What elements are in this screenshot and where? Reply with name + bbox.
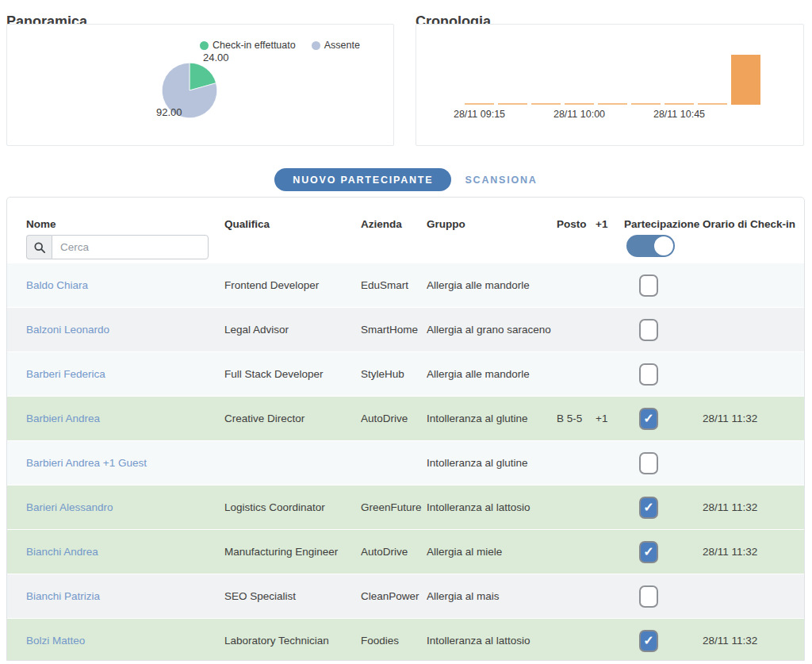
company-cell: GreenFuture	[361, 501, 427, 513]
name-cell: Barbieri Andrea	[7, 413, 224, 424]
histogram-bar	[598, 103, 627, 105]
name-cell: Bolzi Matteo	[7, 635, 224, 647]
participant-name-link[interactable]: Barberi Federica	[26, 368, 105, 380]
pie-value-label-checkin: 24.00	[203, 52, 229, 63]
role-cell: Legal Advisor	[224, 324, 361, 336]
seat-cell: B 5-5	[555, 413, 591, 424]
checkin-time-cell: 28/11 11:32	[695, 413, 804, 424]
pie-value-label-assente: 92.00	[156, 106, 182, 118]
participation-checkbox[interactable]: ✓	[639, 630, 658, 652]
role-cell: SEO Specialist	[224, 590, 361, 602]
histogram-bar-slot: 28/11 10:00	[565, 103, 594, 105]
check-icon: ✓	[643, 501, 653, 514]
table-row: Balzoni LeonardoLegal AdvisorSmartHomeAl…	[7, 308, 804, 351]
name-cell: Barberi Federica	[7, 368, 224, 380]
group-cell: Intolleranza al lattosio	[427, 501, 555, 513]
table-row: Bianchi AndreaManufacturing EngineerAuto…	[7, 530, 804, 574]
company-cell: StyleHub	[361, 368, 427, 380]
group-cell: Intolleranza al glutine	[427, 413, 555, 424]
group-cell: Allergia al mais	[427, 590, 555, 602]
company-cell: CleanPower	[361, 590, 427, 602]
pie-legend: Check-in effettuato Assente	[200, 40, 360, 51]
participant-name-link[interactable]: Barbieri Andrea +1 Guest	[26, 457, 147, 469]
new-participant-button[interactable]: NUOVO PARTECIPANTE	[274, 168, 451, 191]
column-header-plus-one: +1	[591, 218, 617, 230]
table-header-row: Nome Qualifica Azienda Gruppo Posto +1 P…	[7, 198, 804, 263]
name-cell: Baldo Chiara	[7, 279, 224, 291]
absent-legend-dot-icon	[312, 41, 320, 50]
name-cell: Balzoni Leonardo	[7, 324, 224, 336]
histogram-bar-slot	[631, 103, 661, 105]
role-cell: Creative Director	[224, 413, 361, 424]
company-cell: SmartHome	[361, 324, 427, 336]
participation-checkbox[interactable]: ✓	[639, 497, 658, 519]
histogram-bar	[731, 55, 760, 105]
legend-label-assente: Assente	[324, 40, 360, 51]
column-header-nome: Nome	[7, 218, 224, 259]
histogram-bar-slot	[531, 103, 561, 105]
x-axis-tick-label: 28/11 10:45	[653, 109, 705, 120]
checkin-dashboard: Panoramica Check-in effettuato Assente 2…	[0, 0, 812, 664]
check-icon: ✓	[643, 546, 653, 558]
participation-checkbox[interactable]	[639, 585, 658, 608]
table-row: Barberi FedericaFull Stack DeveloperStyl…	[7, 352, 804, 396]
participant-name-link[interactable]: Bolzi Matteo	[26, 635, 85, 647]
participant-name-link[interactable]: Bianchi Patrizia	[26, 590, 100, 602]
histogram-bar-slot	[498, 103, 527, 105]
participation-checkbox[interactable]: ✓	[639, 408, 658, 430]
role-cell: Full Stack Developer	[224, 368, 361, 380]
participant-name-link[interactable]: Baldo Chiara	[26, 279, 88, 291]
role-cell: Logistics Coordinator	[224, 501, 361, 513]
histogram-bar	[531, 103, 561, 105]
x-axis-tick-label: 28/11 09:15	[454, 109, 505, 120]
histogram-bar	[698, 103, 727, 105]
participation-cell	[617, 274, 695, 297]
histogram-bar-slot: 28/11 09:15	[465, 103, 494, 105]
role-cell: Manufacturing Engineer	[224, 546, 361, 558]
x-axis-tick-label: 28/11 10:00	[553, 109, 605, 120]
table-row: Barbieri AndreaCreative DirectorAutoDriv…	[7, 397, 804, 440]
histogram-bar-slot	[598, 103, 627, 105]
scan-button[interactable]: SCANSIONA	[465, 175, 537, 186]
check-icon: ✓	[643, 413, 653, 425]
participant-name-link[interactable]: Barieri Alessandro	[26, 501, 113, 513]
participation-cell	[617, 319, 695, 341]
participation-checkbox[interactable]: ✓	[639, 541, 658, 563]
histogram-bar-slot	[698, 103, 727, 105]
name-cell: Barieri Alessandro	[7, 501, 224, 513]
histogram-bar	[631, 103, 661, 105]
participation-cell: ✓	[617, 497, 695, 519]
name-cell: Barbieri Andrea +1 Guest	[7, 457, 224, 469]
checkin-time-cell: 28/11 11:32	[695, 635, 804, 647]
company-cell: AutoDrive	[361, 546, 427, 558]
role-cell: Frontend Developer	[224, 279, 361, 291]
table-body: Baldo ChiaraFrontend DeveloperEduSmartAl…	[7, 263, 804, 661]
participant-name-link[interactable]: Balzoni Leonardo	[26, 324, 109, 336]
group-cell: Allergia al miele	[427, 546, 555, 558]
participation-cell: ✓	[617, 541, 695, 563]
histogram-bar	[498, 103, 527, 105]
participant-name-link[interactable]: Barbieri Andrea	[26, 413, 100, 424]
participation-checkbox[interactable]	[639, 452, 658, 474]
overview-card: Check-in effettuato Assente 24.00 92.00	[6, 24, 394, 146]
histogram-bar	[665, 103, 694, 105]
group-cell: Allergia alle mandorle	[427, 368, 555, 380]
participation-checkbox[interactable]	[639, 363, 658, 386]
checkin-time-cell: 28/11 11:32	[695, 546, 804, 558]
check-icon: ✓	[643, 635, 653, 647]
participation-checkbox[interactable]	[639, 274, 658, 297]
column-header-orario: Orario di Check-in	[695, 218, 804, 230]
participant-name-link[interactable]: Bianchi Andrea	[26, 546, 98, 558]
group-cell: Intolleranza al lattosio	[427, 635, 555, 647]
search-input[interactable]	[52, 235, 209, 259]
participation-cell	[617, 452, 695, 474]
search-box	[26, 235, 209, 259]
histogram-bar-slot: 28/11 10:45	[665, 103, 694, 105]
company-cell: Foodies	[361, 635, 427, 647]
plus-one-cell: +1	[591, 413, 617, 424]
toggle-knob	[654, 236, 673, 255]
participation-checkbox[interactable]	[639, 319, 658, 341]
group-cell: Allergia alle mandorle	[427, 279, 555, 291]
histogram-bar	[465, 103, 494, 105]
participation-filter-toggle[interactable]	[626, 235, 675, 257]
